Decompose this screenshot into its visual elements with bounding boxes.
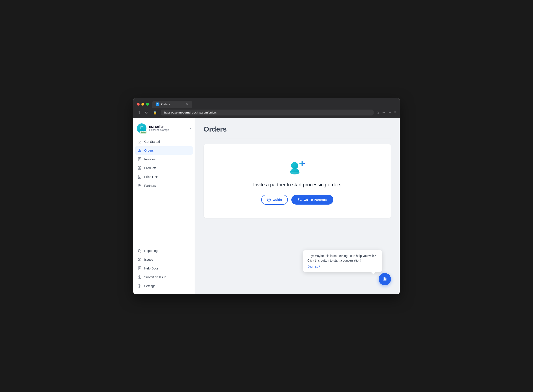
sidebar-item-reporting[interactable]: Reporting <box>135 247 193 255</box>
empty-state-actions: Guide Go To Partners <box>261 195 333 205</box>
go-to-partners-button[interactable]: Go To Partners <box>291 195 333 205</box>
price-list-icon <box>138 175 142 179</box>
back-icon[interactable]: ← <box>388 110 392 114</box>
svg-point-24 <box>384 278 384 279</box>
chat-message: Hey! Maybe this is something I can help … <box>307 254 378 263</box>
sidebar-label-get-started: Get Started <box>144 140 160 143</box>
sidebar-item-invoices[interactable]: Invoices <box>135 155 193 163</box>
svg-point-8 <box>140 185 141 186</box>
svg-point-25 <box>385 278 386 279</box>
chat-bubble: Hey! Maybe this is something I can help … <box>303 250 382 272</box>
sidebar-label-price-lists: Price Lists <box>144 175 158 179</box>
bookmark-icon[interactable]: ☆ <box>376 110 379 115</box>
nav-lock-icon[interactable]: 🔒 <box>152 110 158 116</box>
address-text: https://app.moderndropship.com/orders <box>164 111 217 114</box>
tab-favicon-icon: N <box>156 103 159 106</box>
svg-rect-0 <box>138 140 141 143</box>
tab-title: Orders <box>161 103 184 106</box>
svg-rect-4 <box>138 168 139 170</box>
bottom-nav: Reporting Issues <box>133 244 195 291</box>
sidebar-label-orders: Orders <box>144 149 154 152</box>
nav-shield-icon[interactable]: 🛡 <box>144 110 149 115</box>
account-section[interactable]: E Seller EDI Seller ediseller.example ▾ <box>133 122 195 137</box>
sidebar-item-orders[interactable]: Orders <box>135 146 193 155</box>
go-to-partners-button-label: Go To Partners <box>304 198 327 201</box>
svg-point-7 <box>139 184 140 186</box>
address-bar[interactable]: https://app.moderndropship.com/orders <box>161 110 374 116</box>
add-partner-icon <box>297 197 302 202</box>
account-name: EDI Seller <box>149 125 187 128</box>
invoice-icon <box>138 157 142 161</box>
minimize-traffic-light[interactable] <box>141 103 144 106</box>
svg-point-21 <box>298 198 300 200</box>
submit-issue-icon <box>138 275 142 279</box>
browser-navbar: ⬆ 🛡 🔒 https://app.moderndropship.com/ord… <box>133 108 400 118</box>
check-square-icon <box>138 140 142 144</box>
main-content: Orders <box>195 118 400 294</box>
sidebar-label-reporting: Reporting <box>144 249 158 252</box>
sidebar-item-price-lists[interactable]: Price Lists <box>135 173 193 181</box>
sidebar: E Seller EDI Seller ediseller.example ▾ <box>133 118 195 294</box>
traffic-lights <box>137 103 149 106</box>
svg-point-14 <box>139 277 140 278</box>
sidebar-item-settings[interactable]: Settings <box>135 282 193 290</box>
sidebar-item-submit-issue[interactable]: Submit an Issue <box>135 273 193 281</box>
sidebar-label-invoices: Invoices <box>144 158 155 161</box>
browser-tab[interactable]: N Orders ✕ <box>152 101 192 108</box>
empty-state-card: Invite a partner to start processing ord… <box>204 144 391 218</box>
settings-icon <box>138 284 142 288</box>
svg-rect-5 <box>140 168 141 170</box>
svg-rect-2 <box>138 167 139 168</box>
sidebar-label-submit-issue: Submit an Issue <box>144 275 166 279</box>
avatar: E Seller <box>137 123 146 133</box>
grid-icon <box>138 166 142 170</box>
sidebar-label-help-docs: Help Docs <box>144 267 158 270</box>
sidebar-label-partners: Partners <box>144 184 156 187</box>
sidebar-item-partners[interactable]: Partners <box>135 182 193 190</box>
sidebar-item-get-started[interactable]: Get Started <box>135 137 193 146</box>
svg-point-17 <box>291 162 298 169</box>
sidebar-label-issues: Issues <box>144 258 153 261</box>
menu-icon[interactable]: ≡ <box>394 110 396 114</box>
svg-point-20 <box>269 201 269 201</box>
chat-bot-icon <box>382 276 388 282</box>
main-nav: Get Started Orders <box>133 137 195 241</box>
account-email: ediseller.example <box>149 128 187 131</box>
guide-button-label: Guide <box>273 198 282 201</box>
sidebar-item-help-docs[interactable]: Help Docs <box>135 264 193 273</box>
close-tab-icon[interactable]: ✕ <box>186 103 188 106</box>
sidebar-item-products[interactable]: Products <box>135 164 193 172</box>
sidebar-item-issues[interactable]: Issues <box>135 255 193 264</box>
dismiss-button[interactable]: Dismiss? <box>307 265 320 268</box>
nav-share-icon[interactable]: ⬆ <box>137 110 141 116</box>
page-title: Orders <box>204 125 391 133</box>
issues-icon <box>138 258 142 261</box>
fullscreen-traffic-light[interactable] <box>146 103 149 106</box>
account-info: EDI Seller ediseller.example <box>149 125 187 131</box>
sidebar-label-products: Products <box>144 166 156 170</box>
close-traffic-light[interactable] <box>137 103 140 106</box>
svg-point-10 <box>140 251 141 252</box>
reporting-icon <box>138 249 142 253</box>
partners-icon <box>138 184 142 188</box>
svg-rect-3 <box>140 167 141 168</box>
chat-open-button[interactable] <box>379 273 391 285</box>
empty-state-heading: Invite a partner to start processing ord… <box>253 182 341 188</box>
seller-badge: Seller <box>140 131 147 134</box>
guide-button[interactable]: Guide <box>261 195 288 205</box>
forward-icon[interactable]: → <box>382 110 385 114</box>
invite-partner-icon <box>286 157 308 175</box>
divider <box>204 139 391 139</box>
nav-actions: ☆ → ← ≡ <box>376 110 396 115</box>
chevron-down-icon: ▾ <box>190 127 191 130</box>
svg-point-15 <box>139 285 140 287</box>
guide-circle-icon <box>267 198 271 202</box>
download-icon <box>138 149 142 152</box>
sidebar-label-settings: Settings <box>144 284 155 288</box>
help-docs-icon <box>138 266 142 270</box>
